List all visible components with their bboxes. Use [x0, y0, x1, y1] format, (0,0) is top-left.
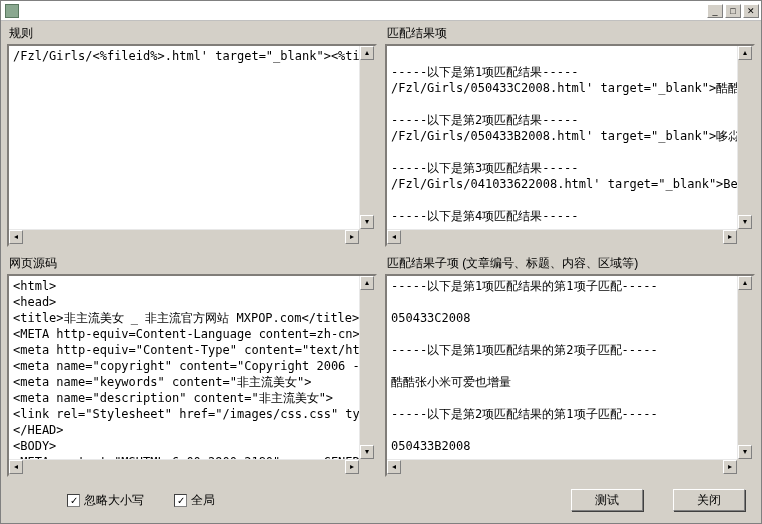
minimize-button[interactable]: _	[707, 4, 723, 18]
rules-textbox[interactable]: /Fzl/Girls/<%fileid%>.html' target="_bla…	[7, 44, 377, 247]
scrollbar-horizontal[interactable]: ◂▸	[9, 459, 359, 475]
content-area: 规则 /Fzl/Girls/<%fileid%>.html' target="_…	[1, 21, 761, 523]
scrollbar-horizontal[interactable]: ◂▸	[9, 229, 359, 245]
main-window: _ □ ✕ 规则 /Fzl/Girls/<%fileid%>.html' tar…	[0, 0, 762, 524]
rules-text: /Fzl/Girls/<%fileid%>.html' target="_bla…	[9, 46, 359, 229]
global-checkbox[interactable]: ✓ 全局	[174, 492, 215, 509]
source-label: 网页源码	[7, 255, 377, 272]
close-button[interactable]: 关闭	[673, 489, 745, 511]
subitems-textbox[interactable]: -----以下是第1项匹配结果的第1项子匹配----- 050433C2008 …	[385, 274, 755, 477]
splitter-vertical[interactable]	[377, 25, 385, 247]
matches-text: -----以下是第1项匹配结果----- /Fzl/Girls/050433C2…	[387, 46, 737, 229]
source-panel: 网页源码 <html> <head> <title>非主流美女 _ 非主流官方网…	[7, 255, 377, 477]
titlebar: _ □ ✕	[1, 1, 761, 21]
scrollbar-vertical[interactable]: ▴▾	[737, 276, 753, 459]
global-label: 全局	[191, 492, 215, 509]
scrollbar-horizontal[interactable]: ◂▸	[387, 459, 737, 475]
maximize-button[interactable]: □	[725, 4, 741, 18]
ignore-case-checkbox[interactable]: ✓ 忽略大小写	[67, 492, 144, 509]
window-controls: _ □ ✕	[707, 4, 759, 18]
splitter-horizontal[interactable]	[7, 247, 755, 255]
scrollbar-vertical[interactable]: ▴▾	[359, 46, 375, 229]
checkbox-icon: ✓	[67, 494, 80, 507]
subitems-label: 匹配结果子项 (文章编号、标题、内容、区域等)	[385, 255, 755, 272]
matches-panel: 匹配结果项 -----以下是第1项匹配结果----- /Fzl/Girls/05…	[385, 25, 755, 247]
bottom-bar: ✓ 忽略大小写 ✓ 全局 测试 关闭	[7, 477, 755, 517]
ignore-case-label: 忽略大小写	[84, 492, 144, 509]
source-textbox[interactable]: <html> <head> <title>非主流美女 _ 非主流官方网站 MXP…	[7, 274, 377, 477]
rules-panel: 规则 /Fzl/Girls/<%fileid%>.html' target="_…	[7, 25, 377, 247]
splitter-vertical[interactable]	[377, 255, 385, 477]
matches-label: 匹配结果项	[385, 25, 755, 42]
app-icon	[5, 4, 19, 18]
scrollbar-vertical[interactable]: ▴▾	[737, 46, 753, 229]
matches-textbox[interactable]: -----以下是第1项匹配结果----- /Fzl/Girls/050433C2…	[385, 44, 755, 247]
rules-label: 规则	[7, 25, 377, 42]
subitems-text: -----以下是第1项匹配结果的第1项子匹配----- 050433C2008 …	[387, 276, 737, 459]
close-window-button[interactable]: ✕	[743, 4, 759, 18]
scrollbar-horizontal[interactable]: ◂▸	[387, 229, 737, 245]
checkbox-icon: ✓	[174, 494, 187, 507]
subitems-panel: 匹配结果子项 (文章编号、标题、内容、区域等) -----以下是第1项匹配结果的…	[385, 255, 755, 477]
source-text: <html> <head> <title>非主流美女 _ 非主流官方网站 MXP…	[9, 276, 359, 459]
test-button[interactable]: 测试	[571, 489, 643, 511]
scrollbar-vertical[interactable]: ▴▾	[359, 276, 375, 459]
